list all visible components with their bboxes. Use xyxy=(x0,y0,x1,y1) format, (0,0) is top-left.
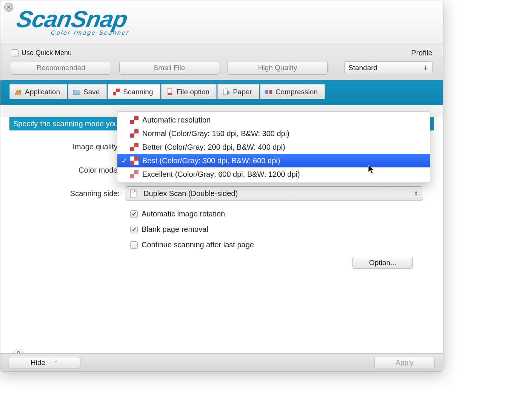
auto-rotation-checkbox[interactable] xyxy=(130,210,138,218)
image-quality-option[interactable]: Normal (Color/Gray: 150 dpi, B&W: 300 dp… xyxy=(117,127,430,140)
small-file-button[interactable]: Small File xyxy=(119,61,219,75)
updown-icon: ▲▼ xyxy=(424,65,428,71)
scanning-side-label: Scanning side: xyxy=(15,189,125,198)
updown-icon: ▲▼ xyxy=(414,191,419,196)
tab-file-option[interactable]: File option xyxy=(161,84,217,99)
recommended-button[interactable]: Recommended xyxy=(11,61,111,75)
tabs-bar: Application Save Scanning File option Pa… xyxy=(0,80,443,105)
tab-scanning[interactable]: Scanning xyxy=(108,84,160,99)
svg-rect-30 xyxy=(134,174,139,178)
tab-save[interactable]: Save xyxy=(68,84,107,99)
svg-rect-2 xyxy=(116,92,120,95)
file-option-icon xyxy=(166,88,174,96)
high-quality-button[interactable]: High Quality xyxy=(228,61,328,75)
svg-rect-21 xyxy=(134,133,139,138)
svg-rect-8 xyxy=(269,90,272,94)
compression-icon xyxy=(265,88,272,96)
resolution-icon xyxy=(130,156,139,165)
scansnap-settings-window: ✕ ScanSnap Color Image Scanner Use Quick… xyxy=(0,0,443,372)
svg-rect-29 xyxy=(130,170,134,174)
svg-rect-1 xyxy=(113,89,116,92)
svg-rect-18 xyxy=(134,120,139,124)
option-label: Excellent (Color/Gray: 600 dpi, B&W: 120… xyxy=(142,170,300,179)
hide-button[interactable]: Hide ⌃ xyxy=(9,357,80,368)
auto-rotation-label: Automatic image rotation xyxy=(142,210,225,218)
chevron-up-icon: ⌃ xyxy=(54,360,58,365)
folder-icon xyxy=(73,88,80,96)
image-quality-label: Image quality: xyxy=(15,143,125,151)
logo-area: ScanSnap Color Image Scanner xyxy=(0,0,443,45)
svg-rect-26 xyxy=(130,156,134,161)
application-icon xyxy=(14,88,22,96)
resolution-icon xyxy=(130,143,139,151)
logo-text: ScanSnap xyxy=(15,9,131,30)
image-quality-option[interactable]: Automatic resolution xyxy=(117,113,430,127)
svg-rect-17 xyxy=(130,116,134,120)
scanning-side-select[interactable]: Duplex Scan (Double-sided) ▲▼ xyxy=(125,186,423,201)
image-quality-option[interactable]: Best (Color/Gray: 300 dpi, B&W: 600 dpi) xyxy=(117,154,430,167)
tab-compression[interactable]: Compression xyxy=(260,84,325,99)
use-quick-menu-checkbox[interactable] xyxy=(11,49,18,57)
svg-rect-4 xyxy=(168,93,172,95)
option-button[interactable]: Option... xyxy=(352,257,413,269)
image-quality-option[interactable]: Excellent (Color/Gray: 600 dpi, B&W: 120… xyxy=(117,167,430,181)
footer: Hide ⌃ Apply xyxy=(0,353,443,371)
svg-rect-20 xyxy=(130,129,134,133)
image-quality-dropdown[interactable]: Automatic resolutionNormal (Color/Gray: … xyxy=(117,111,430,183)
scanning-icon xyxy=(112,88,120,96)
tab-application[interactable]: Application xyxy=(9,84,67,99)
top-bar: Use Quick Menu Profile Recommended Small… xyxy=(0,45,443,80)
option-label: Normal (Color/Gray: 150 dpi, B&W: 300 dp… xyxy=(142,129,289,138)
tab-paper[interactable]: Paper xyxy=(217,84,259,99)
apply-button[interactable]: Apply xyxy=(374,357,435,368)
continue-scan-label: Continue scanning after last page xyxy=(142,241,254,249)
svg-rect-15 xyxy=(130,190,136,197)
continue-scan-checkbox[interactable] xyxy=(130,241,138,249)
resolution-icon xyxy=(130,129,139,138)
option-label: Better (Color/Gray: 200 dpi, B&W: 400 dp… xyxy=(142,143,285,152)
svg-rect-6 xyxy=(227,91,229,94)
close-button[interactable]: ✕ xyxy=(4,3,13,12)
option-label: Best (Color/Gray: 300 dpi, B&W: 600 dpi) xyxy=(142,156,280,165)
option-label: Automatic resolution xyxy=(142,116,211,124)
profile-select-value: Standard xyxy=(348,64,377,72)
svg-rect-24 xyxy=(134,147,139,151)
profile-select[interactable]: Standard ▲▼ xyxy=(344,61,432,74)
color-mode-label: Color mode: xyxy=(15,166,125,175)
logo-subtitle: Color Image Scanner xyxy=(50,29,130,36)
use-quick-menu-label: Use Quick Menu xyxy=(22,49,72,57)
page-icon xyxy=(129,189,137,198)
image-quality-option[interactable]: Better (Color/Gray: 200 dpi, B&W: 400 dp… xyxy=(117,140,430,154)
svg-rect-7 xyxy=(265,90,268,94)
blank-removal-checkbox[interactable] xyxy=(130,226,138,233)
blank-removal-label: Blank page removal xyxy=(142,225,208,234)
svg-rect-27 xyxy=(134,161,139,165)
svg-rect-23 xyxy=(130,143,134,147)
scanning-side-value: Duplex Scan (Double-sided) xyxy=(143,189,238,198)
resolution-icon xyxy=(130,170,139,178)
profile-label: Profile xyxy=(411,49,432,57)
resolution-icon xyxy=(130,116,139,124)
cursor-icon xyxy=(368,165,375,175)
paper-icon xyxy=(222,88,230,96)
